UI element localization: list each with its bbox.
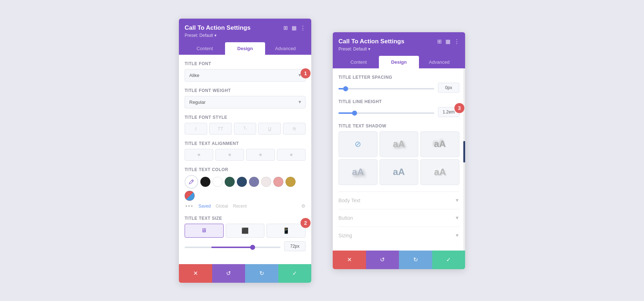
device-buttons: 🖥 ⬛ 📱 bbox=[185, 224, 306, 238]
right-panel-title: Call To Action Settings bbox=[338, 38, 404, 45]
shadow-style-3[interactable]: aA bbox=[338, 159, 377, 185]
tab-content-right[interactable]: Content bbox=[338, 56, 379, 68]
tab-content-left[interactable]: Content bbox=[185, 42, 225, 55]
color-picker-btn[interactable] bbox=[185, 175, 198, 189]
align-justify-btn[interactable]: ≡ bbox=[277, 149, 306, 161]
sizing-arrow: ▼ bbox=[455, 233, 459, 238]
columns-icon-right[interactable]: ▦ bbox=[445, 38, 450, 45]
undo-button-left[interactable]: ↺ bbox=[212, 264, 245, 283]
body-text-arrow: ▼ bbox=[455, 198, 459, 203]
title-font-style-label: Title Font Style bbox=[185, 115, 306, 120]
size-slider-row: 72px bbox=[185, 241, 306, 251]
align-right-btn[interactable]: ≡ bbox=[246, 149, 275, 161]
more-icon-right[interactable]: ⋮ bbox=[454, 38, 459, 45]
shadow-text-1: aA bbox=[393, 139, 405, 150]
title-line-height-label: Title Line Height bbox=[338, 99, 459, 104]
device-tablet-btn[interactable]: ⬛ bbox=[226, 224, 265, 238]
right-header-icons: ⊞ ▦ ⋮ bbox=[437, 38, 459, 45]
color-pink-light[interactable] bbox=[261, 177, 271, 187]
color-white[interactable] bbox=[213, 177, 223, 187]
letter-spacing-slider[interactable] bbox=[338, 88, 434, 89]
focus-icon-right[interactable]: ⊞ bbox=[437, 38, 442, 45]
letter-spacing-slider-wrap bbox=[338, 84, 434, 91]
badge-3: 3 bbox=[454, 103, 464, 113]
left-tabs: Content Design Advanced bbox=[185, 42, 306, 55]
focus-icon[interactable]: ⊞ bbox=[283, 25, 288, 31]
style-btn-uppercase[interactable]: TT bbox=[209, 123, 232, 135]
device-mobile-btn[interactable]: 📱 bbox=[267, 224, 306, 238]
left-panel-body: Title Font Alike ▼ 1 Title Font Weight R… bbox=[179, 55, 311, 264]
color-tab-recent[interactable]: Recent bbox=[233, 204, 247, 209]
title-text-shadow-label: Title Text Shadow bbox=[338, 123, 459, 128]
color-purple[interactable] bbox=[249, 177, 259, 187]
tab-design-right[interactable]: Design bbox=[379, 56, 419, 68]
color-settings-icon[interactable]: ⚙ bbox=[301, 203, 306, 209]
title-text-color-label: Title Text Color bbox=[185, 167, 306, 172]
columns-icon[interactable]: ▦ bbox=[292, 25, 297, 31]
confirm-button-left[interactable]: ✓ bbox=[278, 264, 312, 283]
device-desktop-btn[interactable]: 🖥 bbox=[185, 224, 224, 238]
shadow-style-5[interactable]: aA bbox=[420, 159, 459, 185]
size-slider-wrap bbox=[185, 243, 280, 249]
letter-spacing-slider-row: 0px bbox=[338, 83, 459, 93]
tab-advanced-left[interactable]: Advanced bbox=[265, 42, 306, 55]
eyedropper-icon bbox=[189, 179, 194, 184]
title-font-select[interactable]: Alike bbox=[185, 69, 306, 82]
style-btn-lowercase[interactable]: Tₜ bbox=[234, 123, 257, 135]
color-gold[interactable] bbox=[286, 177, 296, 187]
left-panel-header: Call To Action Settings ⊞ ▦ ⋮ Preset: De… bbox=[179, 19, 311, 55]
title-font-group: Title Font Alike ▼ 1 bbox=[185, 61, 306, 82]
style-btn-underline[interactable]: U bbox=[258, 123, 281, 135]
color-black[interactable] bbox=[200, 177, 210, 187]
color-red[interactable] bbox=[185, 191, 195, 201]
align-center-btn[interactable]: ≡ bbox=[215, 149, 244, 161]
undo-button-right[interactable]: ↺ bbox=[366, 251, 399, 269]
line-height-slider-row: 1.2em bbox=[338, 107, 459, 117]
tab-advanced-right[interactable]: Advanced bbox=[419, 56, 459, 68]
right-panel-header: Call To Action Settings ⊞ ▦ ⋮ Preset: De… bbox=[333, 32, 465, 68]
color-green[interactable] bbox=[225, 177, 235, 187]
scrollbar-track bbox=[463, 68, 465, 251]
tab-design-left[interactable]: Design bbox=[225, 42, 265, 55]
title-text-size-group: Title Text Size 🖥 ⬛ 📱 72px 2 bbox=[185, 216, 306, 251]
title-size-slider[interactable] bbox=[185, 247, 280, 248]
color-navy[interactable] bbox=[237, 177, 247, 187]
cancel-button-left[interactable]: ✕ bbox=[179, 264, 212, 283]
cancel-button-right[interactable]: ✕ bbox=[333, 251, 366, 269]
shadow-style-2[interactable]: aA bbox=[420, 131, 459, 157]
title-font-weight-select-wrap: Regular ▼ bbox=[185, 96, 306, 108]
left-preset: Preset: Default ▾ bbox=[185, 33, 306, 38]
align-left-btn[interactable]: ≡ bbox=[185, 149, 213, 161]
more-icon[interactable]: ⋮ bbox=[300, 25, 306, 31]
size-slider-value[interactable]: 72px bbox=[284, 241, 306, 251]
redo-button-left[interactable]: ↻ bbox=[245, 264, 278, 283]
color-tab-global[interactable]: Global bbox=[216, 204, 228, 209]
sizing-label: Sizing bbox=[338, 233, 352, 238]
font-style-buttons: I TT Tₜ U S bbox=[185, 123, 306, 135]
title-text-size-label: Title Text Size bbox=[185, 216, 306, 221]
line-height-slider-wrap bbox=[338, 109, 434, 115]
color-tab-saved[interactable]: Saved bbox=[199, 204, 211, 209]
style-btn-italic[interactable]: I bbox=[185, 123, 207, 135]
color-pink[interactable] bbox=[273, 177, 283, 187]
sizing-section[interactable]: Sizing ▼ bbox=[338, 227, 459, 244]
title-font-label: Title Font bbox=[185, 61, 306, 66]
body-text-section[interactable]: Body Text ▼ bbox=[338, 191, 459, 209]
title-font-weight-select[interactable]: Regular bbox=[185, 96, 306, 108]
color-more-dots[interactable]: ••• bbox=[185, 203, 194, 209]
title-text-color-group: Title Text Color ••• bbox=[185, 167, 306, 209]
body-text-label: Body Text bbox=[338, 198, 360, 203]
shadow-style-4[interactable]: aA bbox=[380, 159, 419, 185]
right-preset: Preset: Default ▾ bbox=[338, 47, 459, 52]
shadow-text-3: aA bbox=[352, 166, 364, 178]
confirm-button-right[interactable]: ✓ bbox=[432, 251, 465, 269]
button-section[interactable]: Button ▼ bbox=[338, 209, 459, 227]
title-font-weight-group: Title Font Weight Regular ▼ bbox=[185, 88, 306, 108]
color-row bbox=[185, 175, 306, 201]
shadow-none[interactable]: ⊘ bbox=[338, 131, 377, 157]
shadow-style-1[interactable]: aA bbox=[380, 131, 419, 157]
redo-button-right[interactable]: ↻ bbox=[399, 251, 432, 269]
style-btn-strikethrough[interactable]: S bbox=[283, 123, 306, 135]
line-height-slider[interactable] bbox=[338, 112, 434, 114]
letter-spacing-value[interactable]: 0px bbox=[438, 83, 459, 93]
